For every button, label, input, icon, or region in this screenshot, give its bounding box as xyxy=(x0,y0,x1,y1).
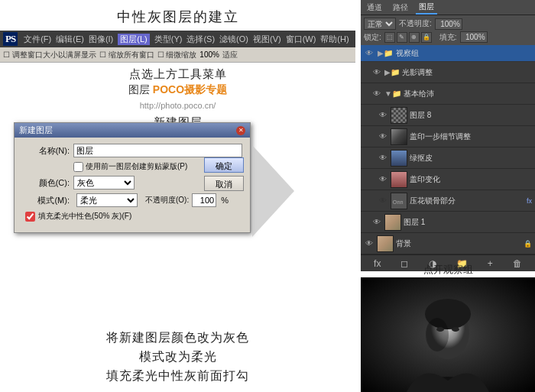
eye-icon-8[interactable]: 👁 xyxy=(378,110,388,121)
layer-item-yahua[interactable]: 👁 Onn 压花锁骨部分 fx xyxy=(361,190,535,212)
dialog-clipping-label: 使用前一图层创建剪贴蒙版(P) xyxy=(86,161,187,172)
dialog-name-input[interactable] xyxy=(73,144,242,157)
layer-name-8: 图层 8 xyxy=(410,110,532,121)
layer-item-8[interactable]: 👁 图层 8 xyxy=(361,105,535,126)
eye-icon-lvkoupi[interactable]: 👁 xyxy=(378,153,388,164)
opacity-label: 不透明度: xyxy=(399,18,432,29)
dialog-mode-select[interactable]: 柔光 正常 叠加 滤色 正片叠底 xyxy=(76,193,138,207)
left-panel: 中性灰图层的建立 PS 文件(F) 编辑(E) 图像(I) 图层(L) 类型(Y… xyxy=(0,0,355,392)
dialog-opacity-label: 不透明度(O): xyxy=(145,195,189,206)
ps-menu: 文件(F) 编辑(E) 图像(I) 图层(L) 类型(Y) 选择(S) 滤镜(O… xyxy=(24,34,349,45)
dialog-title: 新建图层 xyxy=(19,125,53,136)
dialog-cancel-button[interactable]: 取消 xyxy=(204,176,244,191)
folder-icon-guangying: ▶📁 xyxy=(384,68,400,76)
dialog-opacity-input[interactable] xyxy=(192,193,216,207)
dialog-color-select[interactable]: 灰色 无 红色 橙色 黄色 绿色 蓝色 紫色 xyxy=(73,176,135,190)
eye-icon-background[interactable]: 👁 xyxy=(364,238,374,249)
portrait-svg xyxy=(361,277,535,392)
dialog-fill-label: 填充柔光中性色(50% 灰)(F) xyxy=(38,211,131,222)
dialog-body: 名称(N): 使用前一图层创建剪贴蒙版(P) 颜色(C): 灰色 无 红色 橙色… xyxy=(15,138,250,232)
layer-thumb-gaiyinbianhua xyxy=(391,171,407,188)
layer-item-guangying[interactable]: 👁 ▶📁 光影调整 xyxy=(361,62,535,83)
lock-all-icon[interactable]: 🔒 xyxy=(421,32,432,43)
eye-icon-1[interactable]: 👁 xyxy=(371,217,382,228)
layer-thumb-lvkoupi xyxy=(391,150,407,167)
layer-thumb-yahua: Onn xyxy=(391,193,407,209)
right-caption-line1: 点开观察组 xyxy=(361,263,535,277)
bottom-instructions: 将新建图层颜色改为灰色 模式改为柔光 填充柔光中性灰前面打勾 xyxy=(0,327,355,384)
menu-file[interactable]: 文件(F) xyxy=(24,34,51,45)
layer-item-background[interactable]: 👁 背景 🔒 xyxy=(361,233,535,254)
layer-thumb-background xyxy=(377,235,394,252)
menu-window[interactable]: 窗口(W) xyxy=(286,34,316,45)
menu-filter[interactable]: 滤镜(O) xyxy=(219,34,248,45)
layer-item-jiben[interactable]: 👁 ▼📁 基本给沛 xyxy=(361,83,535,105)
layer-name-lvkoupi: 绿抠皮 xyxy=(410,153,532,164)
layers-list: 👁 ▶📁 视察组 👁 ▶📁 光影调整 👁 ▼📁 基本给沛 👁 图层 8 xyxy=(361,45,535,254)
toolbar-fit: 适应 xyxy=(222,50,238,60)
layer-name-yahua: 压花锁骨部分 xyxy=(410,196,524,206)
toolbar-zoom-all: ☐ 缩放所有窗口 xyxy=(99,50,154,60)
eye-icon-jiben[interactable]: 👁 xyxy=(371,89,382,99)
svg-text:Onn: Onn xyxy=(393,198,404,205)
menu-select[interactable]: 选择(S) xyxy=(186,34,215,45)
dialog-mode-row: 模式(M): 柔光 正常 叠加 滤色 正片叠底 不透明度(O): % xyxy=(22,193,242,207)
dialog-fill-checkbox[interactable] xyxy=(25,212,35,222)
fill-label: 填充: xyxy=(439,32,457,43)
instruction-step2: 图层 POCO摄影专题 xyxy=(0,83,355,97)
layer-thumb-gaiyinstep xyxy=(391,128,407,145)
toolbar-fine-zoom: ☐ 细微缩放 xyxy=(157,50,197,60)
layer-name-gaiyinstep: 盖印一步细节调整 xyxy=(410,131,532,142)
ps-toolbar: ☐ 调整窗口大小以满屏显示 ☐ 缩放所有窗口 ☐ 细微缩放 100% 适应 xyxy=(0,47,355,63)
layer-item-group-root[interactable]: 👁 ▶📁 视察组 xyxy=(361,45,535,62)
bottom-line1: 将新建图层颜色改为灰色 xyxy=(0,330,355,346)
layers-panel: 通道 路径 图层 正常 不透明度: 锁定: ⬚ ✎ ⊕ 🔒 填 xyxy=(361,0,535,260)
fill-input[interactable] xyxy=(460,31,488,43)
poco-url: http://photo.poco.cn/ xyxy=(0,99,355,111)
eye-icon-guangying[interactable]: 👁 xyxy=(371,67,382,78)
layer-item-lvkoupi[interactable]: 👁 绿抠皮 xyxy=(361,147,535,169)
poco-brand-name: POCO摄影专题 xyxy=(153,83,227,96)
lock-transparent-icon[interactable]: ⬚ xyxy=(384,32,395,43)
menu-image[interactable]: 图像(I) xyxy=(89,34,113,45)
panel-tab-paths[interactable]: 路径 xyxy=(390,2,411,14)
lock-position-icon[interactable]: ⊕ xyxy=(409,32,420,43)
layer-item-gaiyinbianhua[interactable]: 👁 盖印变化 xyxy=(361,169,535,190)
panel-tab-layers[interactable]: 图层 xyxy=(416,1,437,15)
dialog-opacity-unit: % xyxy=(221,196,229,205)
layer-item-1[interactable]: 👁 图层 1 xyxy=(361,212,535,233)
main-title: 中性灰图层的建立 xyxy=(0,0,355,26)
lc-row-lock: 锁定: ⬚ ✎ ⊕ 🔒 填充: xyxy=(364,31,532,43)
new-layer-dialog: 新建图层 ✕ 名称(N): 使用前一图层创建剪贴蒙版(P) 颜色(C): 灰色 … xyxy=(14,122,251,233)
lock-paint-icon[interactable]: ✎ xyxy=(397,32,407,43)
menu-type[interactable]: 类型(Y) xyxy=(154,34,183,45)
layer-thumb-8 xyxy=(391,107,407,124)
layer-item-gaiyinstep[interactable]: 👁 盖印一步细节调整 xyxy=(361,126,535,147)
menu-edit[interactable]: 编辑(E) xyxy=(56,34,84,45)
layer-name-1: 图层 1 xyxy=(404,217,532,228)
dialog-mode-label: 模式(M): xyxy=(22,195,70,206)
lock-icons: ⬚ ✎ ⊕ 🔒 xyxy=(384,32,432,43)
dialog-clipping-checkbox[interactable] xyxy=(73,162,83,172)
layer-thumb-1 xyxy=(384,214,401,231)
dialog-ok-button[interactable]: 确定 xyxy=(204,157,244,173)
svg-point-8 xyxy=(452,327,459,332)
menu-view[interactable]: 视图(V) xyxy=(253,34,281,45)
menu-help[interactable]: 帮助(H) xyxy=(320,34,349,45)
lock-label: 锁定: xyxy=(364,32,381,43)
layer-fx-yahua: fx xyxy=(527,197,532,205)
dialog-titlebar: 新建图层 ✕ xyxy=(15,123,250,138)
eye-icon-gaiyinbianhua[interactable]: 👁 xyxy=(378,174,388,185)
eye-icon-group-root[interactable]: 👁 xyxy=(364,48,374,59)
panel-tab-channels[interactable]: 通道 xyxy=(364,2,385,14)
dialog-close-button[interactable]: ✕ xyxy=(236,126,245,135)
eye-icon-yahua[interactable]: 👁 xyxy=(378,196,388,206)
eye-icon-gaiyinstep[interactable]: 👁 xyxy=(378,131,388,142)
blend-mode-select[interactable]: 正常 xyxy=(364,18,396,30)
menu-layer[interactable]: 图层(L) xyxy=(118,34,149,45)
opacity-input[interactable] xyxy=(435,18,462,30)
step2-text: 图层 xyxy=(128,83,153,96)
dialog-name-label: 名称(N): xyxy=(22,145,70,157)
bottom-line2: 模式改为柔光 xyxy=(0,349,355,365)
layer-name-background: 背景 xyxy=(396,238,521,249)
